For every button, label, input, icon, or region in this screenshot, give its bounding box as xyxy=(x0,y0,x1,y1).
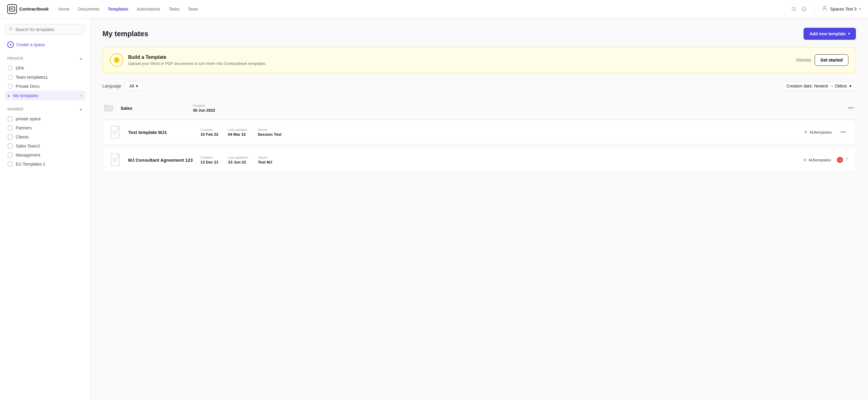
nav-home[interactable]: Home xyxy=(59,7,70,11)
sidebar-item-private-space[interactable]: private space xyxy=(5,114,85,123)
sidebar-item-eu-templates-2-label: EU Templates 2 xyxy=(16,162,82,167)
svg-rect-16 xyxy=(113,160,117,161)
topnav-right: Spaces Test 3 ▾ xyxy=(791,3,861,15)
nav-documents[interactable]: Documents xyxy=(78,7,99,11)
nav-automations[interactable]: Automations xyxy=(137,7,160,11)
shared-collapse-icon[interactable]: ▲ xyxy=(79,107,83,111)
my-templates-chevron-icon: ▶ xyxy=(8,94,10,98)
svg-rect-13 xyxy=(113,134,117,134)
svg-rect-15 xyxy=(113,159,118,159)
help-icon[interactable]: ? xyxy=(845,157,848,163)
eu-templates-2-icon xyxy=(8,162,13,167)
search-button[interactable] xyxy=(791,6,797,12)
sidebar-item-team-templates[interactable]: Team templates1 xyxy=(5,73,85,82)
add-template-button[interactable]: Add new template ▾ xyxy=(804,28,856,40)
mj1-owner-value: Session Test xyxy=(258,132,281,137)
private-collapse-icon[interactable]: ▲ xyxy=(79,56,83,61)
mj1-meta: Created: 15 Feb 22 Last updated: 04 Mar … xyxy=(200,128,798,137)
sort-label: Creation date: Newest → Oldest xyxy=(786,84,847,88)
main-content: My templates Add new template ▾ Build a … xyxy=(90,18,868,400)
private-section-header: Private ▲ xyxy=(5,55,85,62)
sidebar-item-private-docs-label: Private Docs xyxy=(16,84,82,89)
nav-links: Home Documents Templates Automations Tas… xyxy=(59,7,792,11)
mj1-more-button[interactable]: ••• xyxy=(838,128,848,137)
mj-consultant-template-name: MJ Consultant Agreement 123 xyxy=(128,158,194,163)
page-title: My templates xyxy=(102,30,148,38)
search-input[interactable] xyxy=(16,27,82,32)
private-section-label: Private xyxy=(7,56,24,61)
search-icon xyxy=(9,27,13,32)
create-space-plus-icon: + xyxy=(7,41,14,48)
svg-rect-2 xyxy=(10,9,14,10)
template-row-sales[interactable]: Sales Created: 30 Jun 2022 ••• xyxy=(102,96,856,120)
mj-consultant-space: MJtemplates xyxy=(804,158,831,162)
mj-consultant-updated-block: Last updated: 23 Jun 22 xyxy=(228,156,248,164)
search-box[interactable] xyxy=(5,24,85,35)
sidebar-item-clients[interactable]: Clients xyxy=(5,133,85,141)
sidebar-item-partners-label: Partners xyxy=(16,125,82,130)
mj-consultant-created-value: 13 Dec 21 xyxy=(200,160,218,164)
svg-point-3 xyxy=(792,7,795,10)
nav-tasks[interactable]: Tasks xyxy=(169,7,180,11)
sidebar: + Create a space Private ▲ DPA Team temp… xyxy=(0,18,90,400)
private-space-icon xyxy=(8,116,13,121)
brand-name: Contractbook xyxy=(19,6,49,11)
mj-consultant-owner-block: Owner Test MJ xyxy=(258,156,272,164)
mj-consultant-updated-label: Last updated: xyxy=(228,156,248,159)
build-template-banner: Build a Template Upload your Word or PDF… xyxy=(102,47,856,73)
svg-line-7 xyxy=(12,30,13,31)
mj1-created-value: 15 Feb 22 xyxy=(200,132,218,137)
mj-consultant-owner-label: Owner xyxy=(258,156,272,159)
logo[interactable]: Contractbook xyxy=(7,4,49,14)
my-templates-add-icon[interactable]: + xyxy=(80,93,82,98)
partners-icon xyxy=(8,125,13,130)
shared-section-header: Shared ▲ xyxy=(5,105,85,113)
create-space-button[interactable]: + Create a space xyxy=(5,39,85,50)
mj1-owner-block: Owner Session Test xyxy=(258,128,281,137)
sidebar-item-sales-team2-label: Sales Team2 xyxy=(16,144,82,148)
sidebar-item-team-templates-label: Team templates1 xyxy=(16,75,82,80)
mj-consultant-updated-value: 23 Jun 22 xyxy=(228,160,248,164)
sidebar-item-management[interactable]: Management xyxy=(5,150,85,160)
sidebar-item-my-templates-label: My templates xyxy=(13,93,76,98)
language-filter[interactable]: All ▾ xyxy=(125,81,143,90)
sales-created-label: Created: xyxy=(193,104,215,107)
sidebar-item-my-templates[interactable]: ▶ My templates + xyxy=(5,91,85,101)
sort-select[interactable]: Creation date: Newest → Oldest ▾ xyxy=(782,81,856,90)
svg-rect-12 xyxy=(113,132,117,133)
clients-icon xyxy=(8,135,13,139)
mj-consultant-space-dot xyxy=(804,159,807,162)
mj-consultant-meta: Created: 13 Dec 21 Last updated: 23 Jun … xyxy=(200,156,798,164)
top-navigation: Contractbook Home Documents Templates Au… xyxy=(0,0,868,18)
nav-team[interactable]: Team xyxy=(188,7,198,11)
sales-template-name: Sales xyxy=(121,106,187,111)
svg-rect-1 xyxy=(10,8,13,9)
nav-templates[interactable]: Templates xyxy=(108,7,128,11)
mj1-updated-label: Last updated: xyxy=(228,128,248,132)
banner-subtitle: Upload your Word or PDF documents to tur… xyxy=(128,61,792,66)
mj1-updated-block: Last updated: 04 Mar 22 xyxy=(228,128,248,137)
sidebar-item-sales-team2[interactable]: Sales Team2 xyxy=(5,141,85,150)
create-space-label: Create a space xyxy=(16,42,45,47)
sidebar-item-partners[interactable]: Partners xyxy=(5,123,85,133)
sidebar-item-dpa[interactable]: DPA xyxy=(5,64,85,73)
template-row-mj1[interactable]: Test template MJ1 Created: 15 Feb 22 Las… xyxy=(102,120,856,144)
banner-dismiss-button[interactable]: Dismiss xyxy=(796,58,811,62)
template-row-mj-consultant[interactable]: MJ Consultant Agreement 123 Created: 13 … xyxy=(102,147,856,172)
mj-consultant-created-block: Created: 13 Dec 21 xyxy=(200,156,218,164)
mj1-template-name: Test template MJ1 xyxy=(128,130,194,135)
banner-get-started-button[interactable]: Get started xyxy=(815,54,848,66)
sidebar-item-management-label: Management xyxy=(16,153,82,158)
sales-more-button[interactable]: ••• xyxy=(845,104,856,113)
mj1-owner-label: Owner xyxy=(258,128,281,132)
notifications-button[interactable] xyxy=(801,6,807,12)
user-menu[interactable]: Spaces Test 3 ▾ xyxy=(822,5,861,13)
language-filter-chevron-icon: ▾ xyxy=(136,84,138,88)
sidebar-item-eu-templates-2[interactable]: EU Templates 2 xyxy=(5,160,85,169)
sidebar-item-private-docs[interactable]: Private Docs xyxy=(5,82,85,91)
shared-section-label: Shared xyxy=(7,107,24,111)
add-template-chevron-icon: ▾ xyxy=(848,32,850,36)
team-templates-icon xyxy=(8,75,13,80)
mj-consultant-doc-icon xyxy=(110,153,122,167)
mj-consultant-actions: 1 ? xyxy=(837,157,848,163)
